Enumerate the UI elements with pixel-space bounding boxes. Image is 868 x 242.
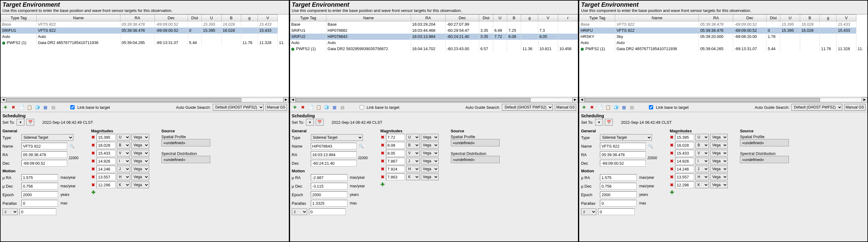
- type-select[interactable]: Sidereal Target: [21, 134, 73, 141]
- spatial-profile-value[interactable]: «undefined»: [740, 139, 789, 146]
- spectral-distribution-value[interactable]: «undefined»: [161, 156, 210, 163]
- magnitude-system-select[interactable]: Vega: [710, 142, 728, 149]
- magnitude-value-input[interactable]: [675, 134, 694, 141]
- copy-button[interactable]: 📄: [18, 104, 25, 110]
- magnitude-value-input[interactable]: [386, 174, 405, 180]
- epoch-input[interactable]: [21, 191, 58, 198]
- add-magnitude-icon[interactable]: ✚: [670, 189, 674, 195]
- magnitude-value-input[interactable]: [386, 134, 405, 141]
- delete-magnitude-icon[interactable]: ✖: [91, 167, 95, 172]
- ra-input[interactable]: [600, 151, 646, 158]
- target-table[interactable]: Type TagNameRADecDistUBgVrBaseBase16:03:…: [290, 14, 578, 103]
- column-header[interactable]: Type Tag: [1, 15, 37, 21]
- search-icon[interactable]: 🔍: [648, 143, 653, 149]
- magnitude-band-select[interactable]: J: [117, 165, 130, 172]
- magnitude-system-select[interactable]: Vega: [421, 158, 439, 164]
- delete-magnitude-icon[interactable]: ✖: [91, 182, 95, 187]
- column-header[interactable]: Dec: [733, 15, 767, 21]
- epoch-input[interactable]: [311, 191, 347, 198]
- column-header[interactable]: B: [800, 15, 820, 21]
- magnitude-band-select[interactable]: V: [406, 150, 420, 156]
- magnitude-value-input[interactable]: [97, 165, 116, 172]
- delete-magnitude-icon[interactable]: ✖: [670, 182, 674, 187]
- delete-magnitude-icon[interactable]: ✖: [380, 167, 385, 172]
- column-header[interactable]: Name: [326, 15, 411, 21]
- delete-magnitude-icon[interactable]: ✖: [670, 167, 674, 172]
- auto-guide-select[interactable]: Default (GHOST PWFS2): [791, 104, 842, 111]
- scroll-left-icon[interactable]: ◀: [1, 97, 6, 103]
- magnitude-value-input[interactable]: [97, 150, 116, 156]
- magnitude-value-input[interactable]: [97, 158, 116, 164]
- magnitude-value-input[interactable]: [386, 165, 405, 172]
- magnitude-system-select[interactable]: Vega: [421, 134, 439, 141]
- epoch-input[interactable]: [600, 191, 637, 198]
- magnitude-system-select[interactable]: Vega: [131, 142, 149, 149]
- column-header[interactable]: Type Tag: [290, 15, 326, 21]
- z-input[interactable]: [309, 208, 346, 215]
- delete-magnitude-icon[interactable]: ✖: [91, 159, 95, 163]
- z-select[interactable]: z: [2, 208, 18, 215]
- delete-magnitude-icon[interactable]: ✖: [380, 151, 385, 155]
- delete-magnitude-icon[interactable]: ✖: [670, 175, 674, 179]
- scroll-right-icon[interactable]: ▶: [862, 97, 867, 103]
- column-header[interactable]: Dec: [155, 15, 188, 21]
- search-icon[interactable]: 🔍: [359, 143, 364, 149]
- delete-magnitude-icon[interactable]: ✖: [670, 159, 674, 163]
- scroll-left-icon[interactable]: ◀: [579, 97, 585, 103]
- magnitude-band-select[interactable]: B: [117, 142, 130, 149]
- auto-guide-select[interactable]: Default (GHOST PWFS2): [213, 104, 264, 111]
- spatial-profile-value[interactable]: «undefined»: [451, 139, 500, 146]
- magnitude-system-select[interactable]: Vega: [131, 174, 149, 180]
- magnitude-band-select[interactable]: V: [695, 150, 709, 156]
- magnitude-band-select[interactable]: V: [117, 150, 130, 156]
- table-row[interactable]: SRIFU1VFTS 82205:39:38.478-69:09:00.5201…: [1, 28, 289, 34]
- scroll-track[interactable]: [296, 98, 573, 102]
- manual-gs-button[interactable]: Manual GS: [266, 104, 287, 111]
- magnitude-value-input[interactable]: [97, 142, 116, 149]
- ra-input[interactable]: [21, 151, 67, 158]
- duplicate-button[interactable]: 🧊: [324, 104, 330, 110]
- name-input[interactable]: [600, 143, 646, 149]
- table-row[interactable]: PWFS2 (1)Gaia DR2 465767718541071193605:…: [1, 40, 289, 46]
- add-target-button[interactable]: ✚: [292, 104, 298, 110]
- link-base-checkbox[interactable]: [360, 105, 364, 110]
- calendar-icon[interactable]: 📅: [316, 119, 324, 126]
- column-header[interactable]: Name: [615, 15, 699, 21]
- magnitude-band-select[interactable]: H: [695, 174, 709, 180]
- delete-magnitude-icon[interactable]: ✖: [91, 151, 95, 155]
- magnitude-band-select[interactable]: I: [695, 158, 709, 164]
- table-row[interactable]: BaseBase16:03:29.204-60:27:07.99: [290, 21, 578, 28]
- scroll-right-icon[interactable]: ▶: [283, 97, 289, 103]
- spatial-profile-value[interactable]: «undefined»: [161, 139, 210, 146]
- delete-magnitude-icon[interactable]: ✖: [91, 175, 95, 179]
- z-input[interactable]: [598, 208, 635, 215]
- magnitude-value-input[interactable]: [386, 158, 405, 164]
- column-header[interactable]: V: [837, 15, 857, 21]
- magnitude-value-input[interactable]: [675, 181, 694, 188]
- manual-gs-button[interactable]: Manual GS: [844, 104, 866, 111]
- column-header[interactable]: U: [202, 15, 222, 21]
- grid-button[interactable]: ▤: [629, 104, 635, 110]
- target-table[interactable]: Type TagNameRADecDistUBgVBaseVFTS 82205:…: [579, 14, 867, 103]
- magnitude-band-select[interactable]: K: [117, 181, 130, 188]
- scroll-track[interactable]: [6, 98, 283, 102]
- set-to-dropdown[interactable]: ▾: [306, 119, 314, 126]
- mu_dec-input[interactable]: [600, 183, 637, 189]
- primary-button[interactable]: ▦: [621, 104, 627, 110]
- mu_dec-input[interactable]: [311, 183, 347, 189]
- magnitude-system-select[interactable]: Vega: [131, 158, 149, 164]
- horizontal-scrollbar[interactable]: ◀▶: [290, 97, 578, 102]
- magnitude-band-select[interactable]: J: [406, 158, 420, 164]
- magnitude-band-select[interactable]: K: [406, 174, 420, 180]
- column-header[interactable]: RA: [120, 15, 154, 21]
- column-header[interactable]: V: [538, 15, 558, 21]
- magnitude-system-select[interactable]: Vega: [421, 165, 439, 172]
- remove-target-button[interactable]: ✖: [589, 104, 595, 110]
- column-header[interactable]: g: [241, 15, 258, 21]
- magnitude-system-select[interactable]: Vega: [710, 174, 728, 180]
- scroll-thumb[interactable]: [585, 98, 820, 102]
- magnitude-value-input[interactable]: [675, 158, 694, 164]
- magnitude-value-input[interactable]: [675, 165, 694, 172]
- column-header[interactable]: Dist: [766, 15, 780, 21]
- table-row[interactable]: PWFS2 (1)Gaia DR2 583295993903575667216:…: [290, 46, 578, 52]
